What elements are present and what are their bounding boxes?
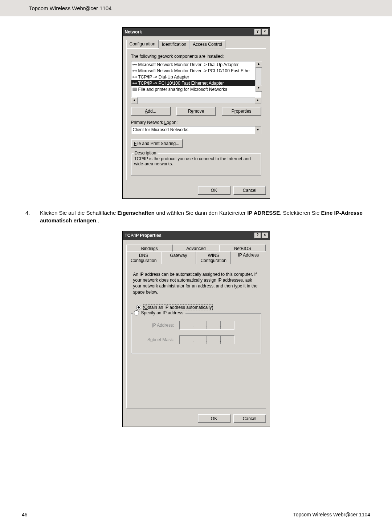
network-dialog: Network ? × Configuration Identification…: [122, 27, 270, 199]
combo-value: Client for Microsoft Networks: [131, 126, 255, 134]
ip-seg[interactable]: [180, 336, 193, 344]
properties-button[interactable]: Properties: [222, 107, 261, 116]
tab-bindings[interactable]: Bindings: [126, 245, 173, 252]
dialog-bottom-row: OK Cancel: [123, 411, 270, 427]
svg-point-4: [132, 70, 134, 72]
tab-dns-configuration[interactable]: DNS Configuration: [126, 251, 161, 264]
list-item-selected[interactable]: TCP/IP -> PCI 10/100 Fast Ethernet Adapt…: [131, 80, 261, 86]
ok-button[interactable]: OK: [198, 186, 230, 195]
scroll-right-button[interactable]: ►: [255, 97, 261, 104]
help-button[interactable]: ?: [254, 29, 261, 35]
footer-title: Topcom Wireless Webr@cer 1104: [293, 512, 370, 517]
subnet-mask-label: Subnet Mask:: [142, 337, 174, 342]
dialog-body: Bindings Advanced NetBIOS DNS Configurat…: [123, 240, 270, 411]
file-print-row: File and Print Sharing...: [131, 139, 261, 148]
step-number: 4.: [25, 209, 40, 224]
component-button-row: Add... Remove Properties: [131, 107, 261, 116]
tab-advanced[interactable]: Advanced: [173, 245, 219, 252]
ip-seg[interactable]: [193, 321, 207, 329]
vertical-scrollbar[interactable]: ▲ ▼: [255, 61, 261, 92]
step-text: Klicken Sie auf die Schaltfläche Eigensc…: [40, 209, 370, 224]
scroll-up-button[interactable]: ▲: [256, 61, 262, 68]
ip-address-input[interactable]: [179, 321, 234, 330]
list-item[interactable]: Microsoft Network Monitor Driver -> PCI …: [131, 68, 261, 74]
ip-seg[interactable]: [193, 336, 207, 344]
components-listbox-wrap: Microsoft Network Monitor Driver -> Dial…: [131, 61, 261, 97]
list-item[interactable]: Microsoft Network Monitor Driver -> Dial…: [131, 61, 261, 68]
ip-seg[interactable]: [207, 321, 221, 329]
intro-text: An IP address can be automatically assig…: [133, 271, 259, 295]
dialog-bottom-row: OK Cancel: [123, 183, 270, 198]
ip-seg[interactable]: [221, 336, 234, 344]
titlebar: Network ? ×: [123, 28, 270, 36]
titlebar: TCP/IP Properties ? ×: [123, 231, 270, 240]
ip-seg[interactable]: [221, 321, 234, 329]
radio-obtain-row[interactable]: Obtain an IP address automatically: [136, 305, 261, 310]
dialog-title: TCP/IP Properties: [125, 233, 254, 238]
protocol-icon: [132, 62, 137, 67]
page-footer: 46 Topcom Wireless Webr@cer 1104: [22, 512, 370, 517]
close-button[interactable]: ×: [262, 29, 268, 35]
horizontal-scrollbar[interactable]: ◄ ►: [131, 97, 261, 103]
components-listbox[interactable]: Microsoft Network Monitor Driver -> Dial…: [131, 61, 261, 97]
page-content: Network ? × Configuration Identification…: [0, 16, 392, 427]
svg-point-2: [135, 64, 137, 65]
service-icon: [132, 87, 137, 92]
svg-point-8: [135, 76, 137, 78]
dialog-title: Network: [125, 29, 254, 35]
list-item[interactable]: File and printer sharing for Microsoft N…: [131, 86, 261, 92]
ip-seg[interactable]: [180, 321, 193, 329]
subnet-mask-input[interactable]: [179, 335, 234, 344]
tabs: Configuration Identification Access Cont…: [126, 40, 266, 48]
subnet-mask-row: Subnet Mask:: [142, 335, 258, 344]
svg-point-11: [135, 82, 137, 84]
scroll-down-button[interactable]: ▼: [256, 85, 262, 92]
ip-seg[interactable]: [207, 336, 221, 344]
cancel-button[interactable]: Cancel: [233, 186, 266, 195]
protocol-icon: [132, 81, 137, 86]
tab-panel-ip-address: An IP address can be automatically assig…: [126, 264, 266, 408]
help-button[interactable]: ?: [254, 233, 261, 238]
radio-specify-legend: Specify an IP address:: [133, 310, 186, 315]
installed-label: The following network components are ins…: [131, 54, 261, 59]
radio-specify[interactable]: [134, 310, 139, 315]
description-legend: Description: [134, 150, 158, 156]
tab-gateway[interactable]: Gateway: [161, 251, 196, 264]
primary-logon-label: Primary Network Logon:: [131, 120, 261, 125]
ip-address-label: IP Address:: [142, 323, 174, 328]
list-item[interactable]: TCP/IP -> Dial-Up Adapter: [131, 74, 261, 80]
add-button[interactable]: Add...: [131, 107, 171, 116]
instruction-step-4: 4. Klicken Sie auf die Schaltfläche Eige…: [25, 209, 370, 224]
specify-group: Specify an IP address: IP Address:: [131, 313, 261, 354]
svg-point-1: [132, 64, 134, 65]
file-print-sharing-button[interactable]: File and Print Sharing...: [131, 139, 183, 148]
page-header: Topcom Wireless Webr@cer 1104: [0, 0, 392, 16]
protocol-icon: [132, 74, 137, 80]
ip-fields: IP Address: Subnet Mask:: [142, 321, 258, 344]
page-number: 46: [22, 512, 28, 517]
description-text: TCP/IP is the protocol you use to connec…: [134, 156, 258, 172]
tcpip-dialog: TCP/IP Properties ? × Bindings Advanced …: [122, 231, 270, 427]
tab-access-control[interactable]: Access Control: [189, 40, 225, 49]
radio-obtain[interactable]: [136, 305, 141, 310]
svg-point-5: [135, 70, 137, 72]
ip-address-row: IP Address:: [142, 321, 258, 330]
primary-logon-combo[interactable]: Client for Microsoft Networks ▼: [131, 126, 261, 134]
tab-wins-configuration[interactable]: WINS Configuration: [196, 251, 231, 264]
chevron-down-icon[interactable]: ▼: [255, 126, 261, 134]
tabs-two-rows: Bindings Advanced NetBIOS DNS Configurat…: [126, 243, 266, 264]
scroll-left-button[interactable]: ◄: [131, 97, 138, 104]
tab-ip-address[interactable]: IP Address: [231, 251, 266, 264]
svg-rect-12: [133, 88, 136, 91]
description-group: Description TCP/IP is the protocol you u…: [131, 153, 261, 176]
svg-point-7: [132, 76, 134, 78]
radio-specify-label: Specify an IP address:: [141, 310, 185, 315]
remove-button[interactable]: Remove: [176, 107, 216, 116]
close-button[interactable]: ×: [262, 233, 268, 238]
tab-configuration[interactable]: Configuration: [126, 40, 159, 48]
dialog-body: Configuration Identification Access Cont…: [123, 36, 270, 183]
radio-obtain-label: Obtain an IP address automatically: [143, 305, 213, 310]
ok-button[interactable]: OK: [198, 414, 230, 423]
cancel-button[interactable]: Cancel: [233, 414, 266, 423]
tab-identification[interactable]: Identification: [159, 40, 189, 49]
